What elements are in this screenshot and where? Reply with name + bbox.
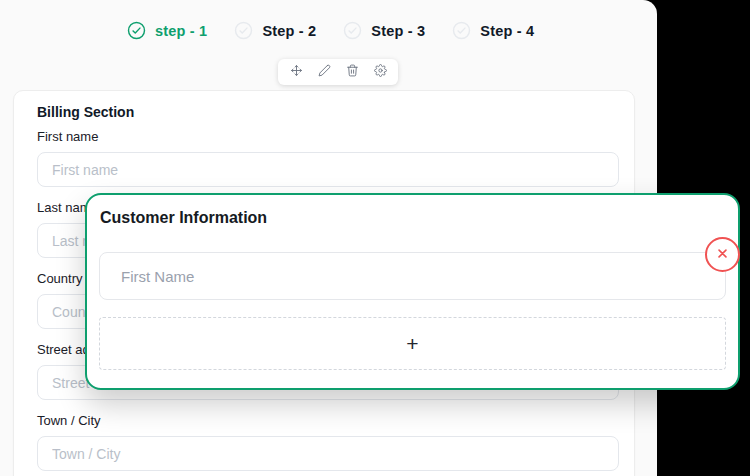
stepper-step-label: Step - 4 xyxy=(480,23,534,39)
stepper-step-3[interactable]: Step - 3 xyxy=(343,21,425,40)
modal-title: Customer Information xyxy=(100,209,726,227)
check-circle-icon xyxy=(234,21,253,40)
gear-icon xyxy=(374,64,387,80)
x-icon xyxy=(715,246,730,264)
check-circle-icon xyxy=(127,21,146,40)
stepper-step-label: step - 1 xyxy=(155,23,207,39)
town-city-input[interactable] xyxy=(37,436,619,471)
field-label: First name xyxy=(37,130,619,143)
plus-icon: + xyxy=(406,333,418,354)
pencil-icon xyxy=(318,64,331,80)
trash-icon xyxy=(346,64,359,80)
screenshot-canvas: step - 1 Step - 2 Step - 3 Step - 4 xyxy=(0,0,750,476)
stepper: step - 1 Step - 2 Step - 3 Step - 4 xyxy=(127,21,534,40)
stepper-step-4[interactable]: Step - 4 xyxy=(452,21,534,40)
stepper-step-1[interactable]: step - 1 xyxy=(127,21,207,40)
check-circle-icon xyxy=(343,21,362,40)
stepper-step-2[interactable]: Step - 2 xyxy=(234,21,316,40)
close-button[interactable] xyxy=(705,237,740,272)
field-label: Town / City xyxy=(37,414,619,427)
delete-button[interactable] xyxy=(341,61,363,83)
field-town-city: Town / City xyxy=(37,414,619,471)
stepper-step-label: Step - 3 xyxy=(371,23,425,39)
element-toolbar xyxy=(278,59,398,85)
first-name-input[interactable] xyxy=(37,152,619,187)
add-field-button[interactable]: + xyxy=(99,317,726,370)
stepper-step-label: Step - 2 xyxy=(262,23,316,39)
check-circle-icon xyxy=(452,21,471,40)
settings-button[interactable] xyxy=(369,61,391,83)
move-button[interactable] xyxy=(285,61,307,83)
modal-first-name-input[interactable] xyxy=(99,252,726,300)
billing-section-title: Billing Section xyxy=(37,105,619,120)
customer-information-modal: Customer Information + xyxy=(85,193,740,390)
move-icon xyxy=(290,64,303,80)
edit-button[interactable] xyxy=(313,61,335,83)
field-first-name: First name xyxy=(37,130,619,187)
